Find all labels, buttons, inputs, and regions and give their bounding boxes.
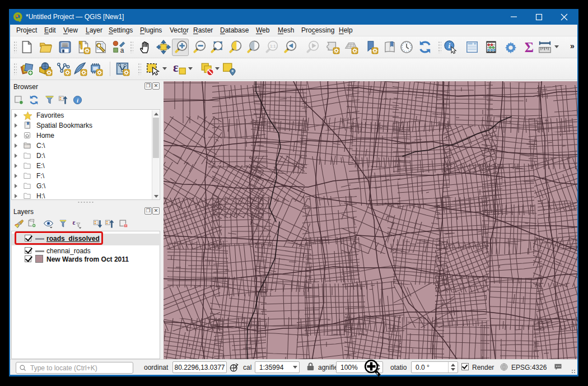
svg-text:Σ: Σ <box>525 40 534 54</box>
svg-text:i: i <box>448 41 450 50</box>
svg-text:ε: ε <box>73 218 76 226</box>
svg-text:1:1: 1:1 <box>270 44 276 49</box>
svg-text:ε: ε <box>173 62 179 75</box>
svg-text:a: a <box>120 46 124 54</box>
